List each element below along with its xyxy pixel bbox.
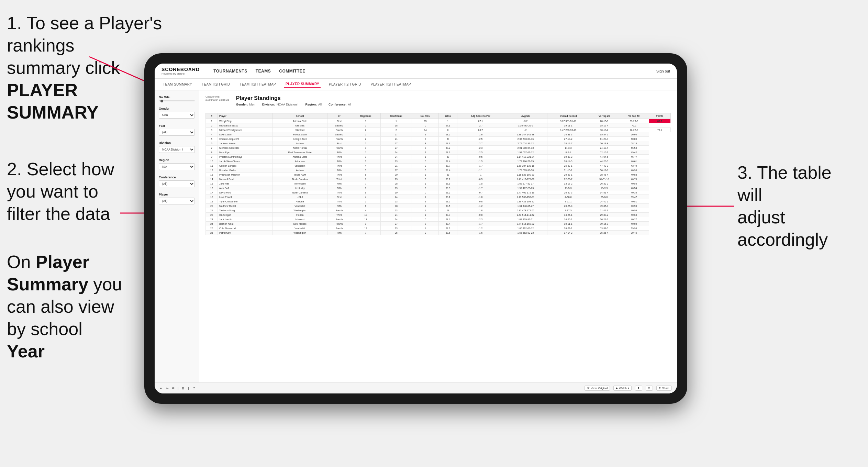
col-school: School — [272, 113, 327, 119]
year-select[interactable]: (All) — [159, 129, 195, 136]
table-cell: 5 — [206, 137, 218, 141]
table-cell: 24 — [380, 195, 412, 199]
export-button[interactable]: ⬆ — [635, 386, 642, 391]
table-row[interactable]: 13Phichaksn MaichonTexas A&MThird630169-… — [206, 173, 671, 177]
gender-select[interactable]: Men — [159, 112, 195, 119]
table-cell: 40.96 — [619, 168, 649, 173]
grid-icon[interactable]: ⊞ — [182, 387, 185, 390]
table-cell: 0 — [439, 128, 457, 132]
table-cell: 8 — [206, 150, 218, 155]
table-row[interactable]: 7Nicholas GabrelickNorth FloridaFourth12… — [206, 146, 671, 150]
division-select[interactable]: NCAA Division I — [159, 146, 195, 153]
table-cell: 1 — [412, 204, 439, 208]
table-cell: Fifth — [327, 168, 351, 173]
table-row[interactable]: 26Petr HrubyWashingtonFifth725068.6-1.61… — [206, 231, 671, 235]
table-cell: 68.3 — [439, 186, 457, 190]
table-cell: 40.98 — [619, 208, 649, 213]
table-cell: 50-18-6 — [589, 168, 619, 173]
sub-nav-player-h2h-heatmap[interactable]: PLAYER H2H HEATMAP — [369, 81, 412, 87]
redo-icon[interactable]: ↪ — [166, 387, 169, 390]
copy-icon[interactable]: ⧉ — [172, 386, 174, 390]
sub-nav-team-summary[interactable]: TEAM SUMMARY — [162, 81, 193, 87]
table-cell: 40.98 — [619, 204, 649, 208]
table-cell: Tennessee — [272, 181, 327, 186]
player-select[interactable]: (All) — [159, 198, 195, 204]
grid-button[interactable]: ⊞ — [646, 386, 653, 391]
table-row[interactable]: 16Alex GoffKentuckyFifth819068.3-1.71.92… — [206, 186, 671, 190]
table-cell: 40.55 — [619, 181, 649, 186]
table-row[interactable]: 21Taehoon SongWashingtonFourth423169-1.8… — [206, 208, 671, 213]
annotation-text-6: On — [7, 252, 36, 272]
table-row[interactable]: 17David FordNorth CarolinaThird919069.2-… — [206, 190, 671, 195]
table-cell: Ian Gilligan — [218, 213, 272, 217]
table-row[interactable]: 8Mats EgeEast Tennessee StateFifth124268… — [206, 150, 671, 155]
table-row[interactable]: 25Cole SherwoodVanderbiltFourth1223168.3… — [206, 226, 671, 231]
table-cell: 68.4 — [439, 159, 457, 164]
table-row[interactable]: 3Michael ThorbjornsenStanfordFourth22140… — [206, 128, 671, 132]
table-row[interactable]: 22Ian GilliganFloridaThird1024168.7-0.81… — [206, 213, 671, 217]
nav-item-tournaments[interactable]: TOURNAMENTS — [213, 67, 247, 75]
table-cell: Fifth — [327, 204, 351, 208]
table-row[interactable]: 11Gordon SargentVanderbiltThird421068.7-… — [206, 164, 671, 168]
table-row[interactable]: 4Luke ClatonFlorida StateSecond127268.2-… — [206, 132, 671, 137]
table-row[interactable]: 6Jackson KoivunAuburnFirst217367.3-2.72.… — [206, 141, 671, 146]
table-cell: 1 — [351, 132, 380, 137]
table-cell: 39.45 — [619, 231, 649, 235]
slider-track[interactable] — [159, 100, 195, 101]
table-cell: 44-64-6 — [589, 155, 619, 159]
table-row[interactable]: 19Tiger ChristensenArizonaThird523269.2-… — [206, 199, 671, 204]
nav-item-teams[interactable]: TEAMS — [256, 67, 271, 75]
table-cell: Arkansas — [272, 159, 327, 164]
table-row[interactable]: 14Maxwell FordNorth CarolinaThird723069.… — [206, 177, 671, 181]
sub-nav-player-summary[interactable]: PLAYER SUMMARY — [284, 81, 321, 88]
table-cell: -2 — [504, 128, 547, 132]
table-cell: 1 — [412, 213, 439, 217]
conference-select[interactable]: (All) — [159, 180, 195, 187]
table-cell: -2.3 — [457, 146, 504, 150]
watch-icon: ▶ — [616, 387, 618, 390]
table-cell: 16 — [206, 186, 218, 190]
table-cell: 1 — [412, 181, 439, 186]
table-row[interactable]: 24Bastien AmatNew MexicoFourth127269.4-1… — [206, 222, 671, 226]
table-cell: 3 — [351, 159, 380, 164]
table-cell: Second — [327, 123, 351, 128]
table-cell: 47-40-3 — [589, 164, 619, 168]
table-row[interactable]: 2Michael Le SassoOle MissSecond118067.1-… — [206, 123, 671, 128]
region-select[interactable]: N/A — [159, 163, 195, 170]
annotation-text-11: by school — [7, 319, 82, 339]
table-cell: 22-29-7 — [547, 177, 589, 181]
table-cell: 6 — [351, 173, 380, 177]
table-cell: 22 — [206, 213, 218, 217]
nav-item-committee[interactable]: COMMITTEE — [279, 67, 305, 75]
annotation-text-13: 3. The table will — [737, 163, 832, 205]
separator-2: | — [188, 387, 189, 390]
table-cell: 40.68 — [619, 213, 649, 217]
table-cell: -1.6 — [457, 231, 504, 235]
share-button[interactable]: ⬆ Share — [656, 386, 672, 391]
watch-button[interactable]: ▶ Watch ▾ — [613, 386, 631, 391]
sub-nav-player-h2h-grid[interactable]: PLAYER H2H GRID — [327, 81, 363, 87]
sub-nav-team-h2h-heatmap[interactable]: TEAM H2H HEATMAP — [238, 81, 277, 87]
view-original-button[interactable]: 👁 View: Original — [585, 386, 610, 391]
table-row[interactable]: 23Jack LundinMissouriFourth1124068.6-2.3… — [206, 217, 671, 222]
table-cell: 40.75 — [619, 177, 649, 181]
filter-conference-label: Conference: — [329, 103, 347, 106]
table-row[interactable]: 1Wenyi DingArizona StateFirst1115167.1-3… — [206, 119, 671, 123]
sub-nav-team-h2h-grid[interactable]: TEAM H2H GRID — [200, 81, 231, 87]
table-row[interactable]: 9Preston SummerhaysArizona StateThird324… — [206, 155, 671, 159]
undo-icon[interactable]: ↩ — [160, 387, 163, 390]
share-icon: ⬆ — [659, 387, 661, 390]
table-cell: 19 — [380, 190, 412, 195]
table-cell: Preston Summerhays — [218, 155, 272, 159]
table-cell: 19-7-3 — [589, 186, 619, 190]
slider-thumb[interactable] — [160, 100, 163, 102]
table-row[interactable]: 15Jake HallTennesseeFifth728168.5-1.51.6… — [206, 181, 671, 186]
table-row[interactable]: 10Jacob Skov OlesenArkansasFifth323068.4… — [206, 159, 671, 164]
table-row[interactable]: 20Matthew RiedelVanderbiltFifth648168.5-… — [206, 204, 671, 208]
table-row[interactable]: 18Luke PowellUCLAFirst424169.1-1.81.13 5… — [206, 195, 671, 199]
sidebar-region: Region N/A — [159, 158, 195, 170]
table-row[interactable]: 5Christo LamprechtGeorgia TechFourth2212… — [206, 137, 671, 141]
table-row[interactable]: 12Brendan ValdesAuburnFifth517068.4-1.11… — [206, 168, 671, 173]
sign-out-link[interactable]: Sign out — [656, 69, 670, 73]
nav-right: Sign out — [656, 69, 670, 73]
